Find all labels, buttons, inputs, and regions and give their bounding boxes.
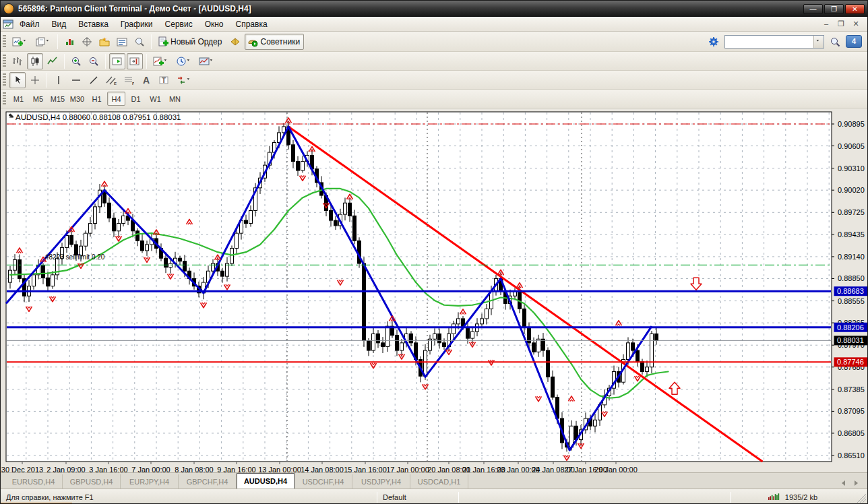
timeframe-MN[interactable]: MN	[166, 92, 184, 106]
zoom-in-button[interactable]	[68, 53, 84, 69]
candle-body	[122, 216, 125, 223]
crosshair-button[interactable]	[27, 72, 43, 88]
profiles-button[interactable]	[32, 34, 54, 50]
new-chart-button[interactable]	[9, 34, 31, 50]
child-close-button[interactable]: ✕	[851, 20, 861, 28]
profiles-icon	[34, 36, 46, 47]
candle-body	[344, 203, 347, 214]
vertical-line-button[interactable]	[51, 72, 67, 88]
menu-Файл[interactable]: Файл	[13, 18, 46, 30]
charts-toolbar	[1, 52, 867, 71]
toolbar-grip[interactable]	[3, 55, 6, 68]
window-close-button[interactable]: ✕	[845, 4, 865, 14]
candle-body	[94, 207, 97, 224]
toolbar-grip[interactable]	[3, 92, 6, 106]
price-tick-label: 0.90020	[838, 186, 865, 194]
candle-body	[523, 309, 526, 327]
chart-tab-USDCAD,H1[interactable]: USDCAD,H1	[410, 474, 468, 489]
terminal-icon	[117, 36, 128, 47]
tabs-scroll-left-button[interactable]	[842, 480, 845, 486]
price-tick-label: 0.90605	[838, 142, 865, 150]
indicators-button[interactable]	[150, 53, 172, 69]
chart-tab-GBPCHF,H4[interactable]: GBPCHF,H4	[179, 474, 237, 489]
line-chart-button[interactable]	[44, 53, 61, 69]
order-label: #8223 sell limit 0.20	[45, 253, 105, 261]
strategy-tester-button[interactable]	[131, 34, 148, 50]
auto-scroll-button[interactable]	[109, 53, 125, 69]
data-window-button[interactable]	[79, 34, 95, 50]
trend-line-button[interactable]	[86, 72, 102, 88]
svg-text:F: F	[132, 82, 134, 86]
window-maximize-button[interactable]: ❐	[824, 4, 844, 14]
search-input[interactable]	[725, 36, 813, 47]
periods-button[interactable]	[173, 53, 195, 69]
chart-tab-USDJPY,H4[interactable]: USDJPY,H4	[352, 474, 410, 489]
templates-button[interactable]	[196, 53, 218, 69]
new-order-button[interactable]: Новый Ордер	[155, 34, 226, 50]
search-dropdown-button[interactable]	[813, 36, 824, 48]
window-minimize-button[interactable]: —	[803, 4, 823, 14]
child-minimize-button[interactable]: –	[822, 20, 831, 28]
candle-body	[636, 350, 640, 362]
menu-Сервис[interactable]: Сервис	[159, 18, 199, 30]
child-restore-button[interactable]: ❐	[836, 20, 846, 28]
title-bar: 565896: Panteon Client Terminal - Демо С…	[1, 1, 867, 17]
arrows-button[interactable]	[173, 72, 195, 88]
fibonacci-button[interactable]: F	[121, 72, 137, 88]
settings-button[interactable]	[706, 34, 722, 50]
chart-shift-button[interactable]	[127, 53, 143, 69]
candle-body	[457, 319, 460, 324]
candles-chart-icon	[30, 55, 41, 67]
status-profile[interactable]: Default	[377, 491, 458, 503]
timeframe-W1[interactable]: W1	[146, 92, 164, 106]
timeframe-M1[interactable]: M1	[9, 92, 28, 106]
price-tick-label: 0.86510	[838, 451, 865, 460]
toolbar-grip[interactable]	[3, 35, 6, 49]
market-watch-button[interactable]	[61, 34, 78, 50]
candles-chart-button[interactable]	[27, 53, 43, 69]
tabs-scroll-right-button[interactable]	[855, 480, 858, 486]
menu-Окно[interactable]: Окно	[199, 18, 230, 30]
notifications-button[interactable]: 4	[846, 35, 862, 48]
terminal-button[interactable]	[114, 34, 130, 50]
toolbar-separator	[57, 34, 58, 49]
cursor-button[interactable]	[9, 72, 26, 88]
menu-Графики[interactable]: Графики	[115, 18, 159, 30]
navigator-button[interactable]: ★	[96, 34, 113, 50]
resize-grip[interactable]	[855, 492, 866, 503]
timeframe-H1[interactable]: H1	[88, 92, 106, 106]
price-chart[interactable]: 0.908950.906050.903100.900200.897250.894…	[1, 108, 868, 472]
chart-tab-EURJPY,H4[interactable]: EURJPY,H4	[121, 474, 179, 489]
equidistant-channel-button[interactable]: E	[103, 72, 119, 88]
candle-body	[51, 275, 55, 286]
text-label-button[interactable]: T	[156, 72, 172, 88]
timeframe-D1[interactable]: D1	[127, 92, 145, 106]
advisors-button[interactable]: Советники	[245, 34, 304, 50]
chart-tab-USDCHF,H4[interactable]: USDCHF,H4	[294, 474, 352, 489]
chart-tab-EURUSD,H4[interactable]: EURUSD,H4	[5, 474, 63, 489]
timeframe-M30[interactable]: M30	[68, 92, 86, 106]
menu-Вид[interactable]: Вид	[46, 18, 73, 30]
horizontal-line-button[interactable]	[68, 72, 84, 88]
candle-body	[42, 265, 45, 278]
cursor-icon	[12, 74, 24, 86]
candle-body	[547, 350, 550, 377]
price-tick-label: 0.87385	[838, 385, 865, 393]
timeframe-M15[interactable]: M15	[49, 92, 67, 106]
time-tick-label: 29 Jan 00:00	[594, 466, 638, 472]
timeframe-H4[interactable]: H4	[107, 92, 125, 106]
menu-Вставка[interactable]: Вставка	[72, 18, 115, 30]
menu-Справка[interactable]: Справка	[230, 18, 274, 30]
toolbar-grip[interactable]	[3, 73, 6, 87]
candle-body	[183, 261, 187, 272]
text-button[interactable]: A	[138, 72, 154, 88]
templates-icon	[198, 55, 210, 67]
candle-body	[70, 236, 73, 245]
metaeditor-button[interactable]	[227, 34, 243, 50]
search-button[interactable]	[827, 34, 843, 50]
chart-tab-AUDUSD,H4[interactable]: AUDUSD,H4	[237, 473, 294, 489]
zoom-out-button[interactable]	[86, 53, 102, 69]
chart-tab-GBPUSD,H4[interactable]: GBPUSD,H4	[63, 474, 121, 489]
bars-chart-button[interactable]	[9, 53, 26, 69]
timeframe-M5[interactable]: M5	[29, 92, 47, 106]
